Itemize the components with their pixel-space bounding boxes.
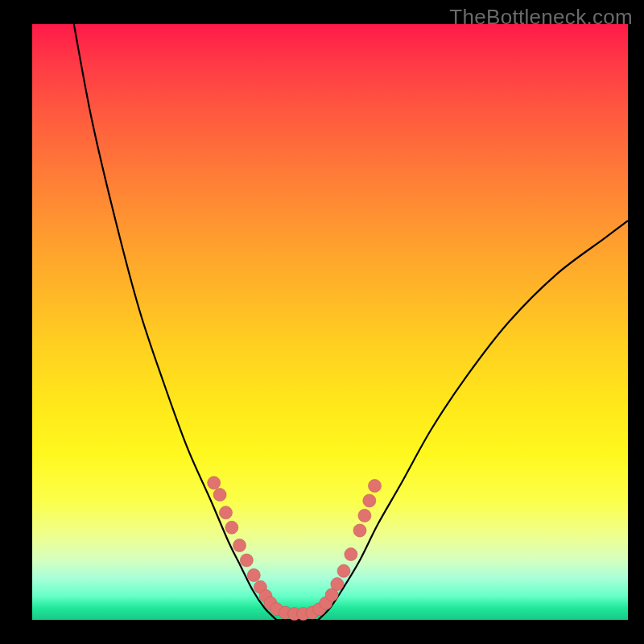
highlight-dot (233, 539, 246, 552)
highlight-dot (220, 506, 233, 519)
right-curve (318, 221, 628, 620)
highlight-dot (331, 578, 344, 591)
watermark-text: TheBottleneck.com (449, 5, 633, 30)
highlight-dot (240, 554, 253, 567)
highlight-dot (369, 480, 382, 493)
highlight-dot (225, 521, 238, 534)
highlight-dot (337, 564, 350, 577)
left-curve (74, 24, 277, 620)
chart-stage: TheBottleneck.com (0, 0, 644, 644)
highlight-dot (213, 489, 226, 502)
highlighted-dots-group (208, 477, 382, 621)
highlight-dot (208, 477, 221, 489)
highlight-dot (353, 524, 366, 537)
highlight-dot (363, 494, 376, 507)
chart-svg (32, 24, 628, 620)
highlight-dot (345, 548, 357, 561)
highlight-dot (358, 510, 371, 522)
highlight-dot (247, 569, 260, 582)
